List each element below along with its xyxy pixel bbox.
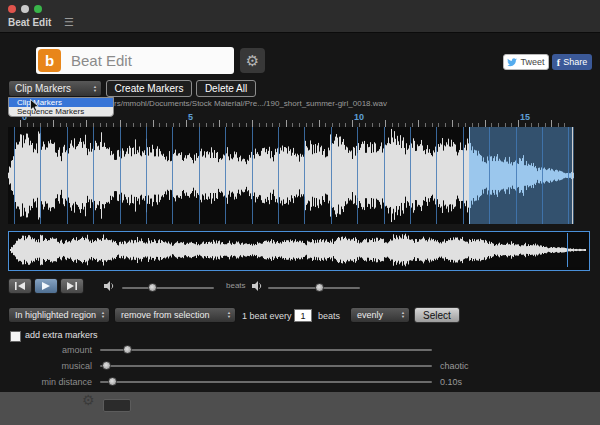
ruler-tick xyxy=(452,120,453,127)
beats-volume-slider[interactable] xyxy=(268,287,360,289)
next-button[interactable] xyxy=(60,278,84,294)
ruler-tick xyxy=(86,120,87,127)
ruler-tick xyxy=(219,120,220,127)
ruler-label: 10 xyxy=(354,112,364,122)
ruler-tick xyxy=(252,120,253,127)
titlebar: Beat Edit ☰ xyxy=(0,0,600,33)
ruler-tick xyxy=(53,120,54,127)
volume-icon xyxy=(104,281,116,291)
musical-value-label: chaotic xyxy=(440,361,469,371)
menu-item-clip-markers[interactable]: Clip Markers xyxy=(9,98,113,107)
ruler-label: 15 xyxy=(520,112,530,122)
ruler-tick xyxy=(153,120,154,127)
app-name: Beat Edit xyxy=(71,52,132,69)
amount-slider-label: amount xyxy=(4,345,92,355)
min-distance-slider-label: min distance xyxy=(4,377,92,387)
share-label: Share xyxy=(563,57,587,67)
window-title: Beat Edit xyxy=(8,17,51,28)
region-dropdown[interactable]: In highlighted region ▲▼ xyxy=(8,307,110,323)
add-extra-markers-checkbox[interactable] xyxy=(10,331,21,342)
play-icon xyxy=(42,282,50,290)
app-header-bar: b Beat Edit xyxy=(36,47,234,74)
amount-slider-knob[interactable] xyxy=(123,345,132,354)
overview-waveform[interactable] xyxy=(10,233,586,267)
beats-suffix-label: beats xyxy=(318,311,340,321)
ruler-label: 5 xyxy=(188,112,193,122)
beat-count-input[interactable] xyxy=(294,309,312,322)
mode-dropdown[interactable]: evenly ▲▼ xyxy=(350,307,410,323)
screen: Beat Edit ☰ b Beat Edit ⚙ Tweet f Share … xyxy=(0,0,600,425)
ruler-tick xyxy=(120,120,121,127)
skip-back-icon xyxy=(15,282,25,290)
dropdown-arrows-icon: ▲▼ xyxy=(227,311,231,319)
dropdown-arrows-icon: ▲▼ xyxy=(101,311,105,319)
beat-every-label: 1 beat every xyxy=(242,311,292,321)
ruler-tick xyxy=(20,120,21,127)
amount-slider[interactable] xyxy=(100,349,432,351)
minimize-window-button[interactable] xyxy=(21,5,29,13)
volume-slider-knob[interactable] xyxy=(148,283,157,292)
mouse-cursor xyxy=(30,99,39,112)
beats-volume-knob[interactable] xyxy=(315,283,324,292)
dropdown-arrows-icon: ▲▼ xyxy=(93,85,97,93)
min-distance-slider[interactable] xyxy=(100,381,432,383)
ruler-tick xyxy=(186,120,187,127)
min-distance-slider-knob[interactable] xyxy=(108,377,117,386)
create-markers-button[interactable]: Create Markers xyxy=(106,80,192,97)
prev-button[interactable] xyxy=(8,278,32,294)
musical-slider-knob[interactable] xyxy=(102,361,111,370)
ruler-tick xyxy=(551,120,552,127)
mini-button[interactable] xyxy=(103,399,131,412)
ruler-tick xyxy=(385,120,386,127)
close-window-button[interactable] xyxy=(8,5,16,13)
action-dropdown-value: remove from selection xyxy=(121,310,210,320)
marker-type-dropdown[interactable]: Clip Markers ▲▼ xyxy=(8,80,102,97)
marker-type-value: Clip Markers xyxy=(15,83,71,94)
main-waveform[interactable] xyxy=(8,127,574,224)
share-button[interactable]: f Share xyxy=(552,54,592,70)
hamburger-menu-icon[interactable]: ☰ xyxy=(64,16,74,29)
select-button[interactable]: Select xyxy=(414,307,460,323)
beats-volume-icon xyxy=(252,281,264,291)
beats-volume-label: beats xyxy=(226,281,246,290)
ruler-tick xyxy=(518,120,519,127)
action-dropdown[interactable]: remove from selection ▲▼ xyxy=(114,307,236,323)
dropdown-arrows-icon: ▲▼ xyxy=(401,311,405,319)
tweet-button[interactable]: Tweet xyxy=(503,54,549,70)
add-extra-markers-label: add extra markers xyxy=(25,330,98,340)
ruler-tick xyxy=(352,120,353,127)
ruler-tick xyxy=(418,120,419,127)
facebook-icon: f xyxy=(557,57,560,68)
twitter-bird-icon xyxy=(507,58,517,67)
ruler-tick xyxy=(319,120,320,127)
logo-letter: b xyxy=(45,52,54,69)
advanced-gear-icon[interactable]: ⚙ xyxy=(82,392,95,408)
overview-waveform-box[interactable] xyxy=(8,231,590,271)
ruler-tick xyxy=(485,120,486,127)
marker-type-menu: Clip Markers Sequence Markers xyxy=(8,97,114,117)
musical-slider[interactable] xyxy=(100,365,432,367)
zoom-window-button[interactable] xyxy=(34,5,42,13)
gear-icon: ⚙ xyxy=(246,52,259,70)
delete-all-button[interactable]: Delete All xyxy=(196,80,256,97)
settings-button[interactable]: ⚙ xyxy=(240,48,265,73)
file-path: rs/mmohl/Documents/Stock Material/Pre...… xyxy=(114,99,387,108)
app-window: Beat Edit ☰ b Beat Edit ⚙ Tweet f Share … xyxy=(0,0,600,392)
skip-forward-icon xyxy=(67,282,77,290)
volume-slider[interactable] xyxy=(122,287,214,289)
menu-item-sequence-markers[interactable]: Sequence Markers xyxy=(9,107,113,116)
musical-slider-label: musical xyxy=(4,361,92,371)
ruler-tick xyxy=(286,120,287,127)
play-button[interactable] xyxy=(34,278,58,294)
tweet-label: Tweet xyxy=(520,57,544,67)
app-logo: b xyxy=(38,49,61,72)
region-dropdown-value: In highlighted region xyxy=(15,310,96,320)
mode-dropdown-value: evenly xyxy=(357,310,383,320)
min-distance-value-label: 0.10s xyxy=(440,377,462,387)
